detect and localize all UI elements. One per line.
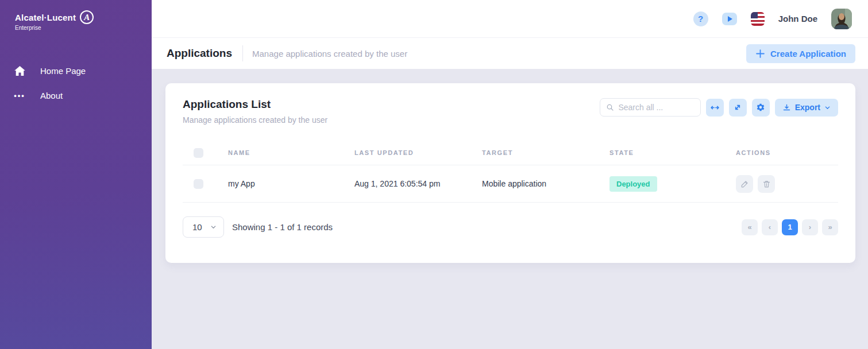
column-header-last-updated: LAST UPDATED [354,149,482,156]
sidebar-item-label: About [40,91,63,100]
brand-monogram-icon: A [80,10,94,24]
select-all-checkbox[interactable] [194,148,203,158]
trash-icon [762,180,771,188]
double-chevron-left-icon: « [747,223,751,231]
play-tour-button[interactable] [722,13,737,25]
breadcrumb-bar: Applications Manage applications created… [152,38,868,69]
chevron-left-icon: ‹ [769,223,771,231]
cell-name: my App [228,179,354,188]
arrows-horizontal-icon [710,103,720,113]
applications-table: NAME LAST UPDATED TARGET STATE ACTIONS m… [183,141,838,203]
top-header: ? John Doe [152,0,868,38]
cell-last-updated: Aug 1, 2021 6:05:54 pm [354,179,482,188]
row-checkbox[interactable] [194,179,203,189]
sidebar: Alcatel·Lucent A Enterprise Home Page ••… [0,0,152,349]
column-header-state: STATE [609,149,736,156]
next-page-button[interactable]: › [802,219,818,235]
delete-button[interactable] [758,175,775,193]
brand-name: Alcatel·Lucent [15,13,76,22]
gear-icon [756,103,765,112]
column-header-actions: ACTIONS [736,149,838,156]
title-divider [242,45,243,61]
sidebar-item-about[interactable]: ••• About [0,83,152,108]
chevron-down-icon [824,104,831,111]
prev-page-button[interactable]: ‹ [762,219,778,235]
brand-logo: Alcatel·Lucent A Enterprise [0,0,152,31]
home-icon [14,66,25,76]
status-badge: Deployed [609,176,657,192]
double-chevron-right-icon: » [828,223,832,231]
chevron-down-icon [210,224,217,230]
sidebar-item-home[interactable]: Home Page [0,59,152,83]
search-icon [606,103,614,112]
user-name: John Doe [778,14,817,24]
page-subtitle: Manage applications created by the user [252,49,746,59]
avatar[interactable] [831,9,852,29]
card-subtitle: Manage applications created by the user [183,115,327,125]
last-page-button[interactable]: » [822,219,838,235]
sidebar-nav: Home Page ••• About [0,59,152,108]
toggle-width-button[interactable] [706,99,724,117]
language-flag-icon[interactable] [751,12,765,26]
table-header-row: NAME LAST UPDATED TARGET STATE ACTIONS [183,141,838,165]
create-application-button[interactable]: Create Application [746,44,855,63]
pencil-icon [740,180,749,188]
applications-list-card: Applications List Manage applications cr… [165,83,855,263]
brand-subtitle: Enterprise [15,25,152,31]
sidebar-item-label: Home Page [40,66,86,76]
pagination-bar: 10 Showing 1 - 1 of 1 records « ‹ 1 › » [183,216,838,238]
page-number-button[interactable]: 1 [782,219,798,235]
first-page-button[interactable]: « [742,219,758,235]
expand-diagonal-icon [733,103,742,112]
column-header-name: NAME [228,149,354,156]
cell-target: Mobile application [482,179,609,188]
plus-icon [755,49,765,59]
settings-button[interactable] [752,99,770,117]
content-area: Applications List Manage applications cr… [152,69,868,349]
search-input[interactable] [618,103,694,112]
download-icon [782,103,791,112]
ellipsis-icon: ••• [14,91,25,100]
search-box [600,98,701,117]
card-title: Applications List [183,98,327,111]
table-row: my App Aug 1, 2021 6:05:54 pm Mobile app… [183,165,838,203]
chevron-right-icon: › [809,223,811,231]
column-header-target: TARGET [482,149,609,156]
page-size-select[interactable]: 10 [183,216,224,238]
help-icon[interactable]: ? [693,11,708,26]
fullscreen-button[interactable] [729,99,747,117]
edit-button[interactable] [736,175,753,193]
pagination-summary: Showing 1 - 1 of 1 records [232,222,742,232]
page-title: Applications [167,47,232,60]
export-button[interactable]: Export [775,99,838,117]
play-icon [728,16,732,22]
